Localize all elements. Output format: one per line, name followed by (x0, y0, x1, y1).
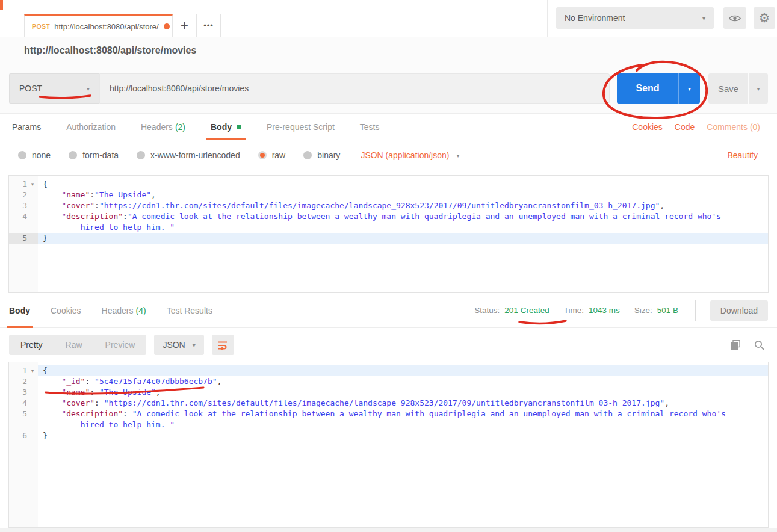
view-raw[interactable]: Raw (54, 335, 94, 355)
mode-form-data[interactable]: form-data (69, 150, 119, 160)
code-line[interactable]: 4 "cover": "https://cdn1.thr.com/sites/d… (9, 398, 768, 409)
mode-binary[interactable]: binary (303, 150, 340, 160)
mode-raw[interactable]: raw (258, 150, 286, 160)
request-title: http://localhost:8080/api/store/movies (0, 37, 777, 63)
response-tabs: Body Cookies Headers (4) Test Results (9, 293, 212, 328)
code-line[interactable]: 2 "_id": "5c4e715fa74c07dbbb6ecb7b", (9, 376, 768, 387)
line-number-gutter: 2 (9, 376, 38, 387)
response-tab-body[interactable]: Body (9, 293, 30, 328)
download-button[interactable]: Download (710, 300, 768, 321)
send-options-button[interactable]: ▾ (678, 73, 700, 104)
tab-tests[interactable]: Tests (360, 114, 380, 140)
fold-caret-icon[interactable]: ▾ (27, 179, 38, 190)
time-value: 1043 ms (589, 306, 620, 315)
settings-button[interactable]: ⚙ (754, 7, 775, 29)
tab-authorization[interactable]: Authorization (66, 114, 116, 140)
search-button[interactable] (754, 340, 764, 350)
line-number-gutter (9, 222, 38, 233)
environment-selector[interactable]: No Environment ▾ (556, 7, 714, 29)
environment-selector-label: No Environment (565, 13, 625, 23)
send-button[interactable]: Send (617, 73, 678, 104)
response-toolbar: Pretty Raw Preview JSON ▾ (0, 328, 777, 362)
response-meta: Status: 201 Created Time: 1043 ms Size: … (474, 300, 768, 321)
radio-icon (18, 151, 26, 159)
code-line[interactable]: 1▾{ (9, 179, 768, 190)
eye-icon (729, 14, 741, 22)
wrap-text-button[interactable] (212, 335, 234, 355)
chevron-down-icon: ▾ (87, 85, 90, 92)
response-tab-cookies[interactable]: Cookies (51, 293, 81, 328)
response-view-switch: Pretty Raw Preview (9, 335, 146, 355)
code-line[interactable]: 5} (9, 233, 768, 244)
code-line[interactable]: 2 "name":"The Upside", (9, 190, 768, 200)
line-number-gutter: 2 (9, 190, 38, 200)
chevron-down-icon: ▾ (757, 85, 760, 92)
tab-pre-request-script[interactable]: Pre-request Script (267, 114, 335, 140)
more-tabs-button[interactable]: ••• (197, 14, 221, 37)
response-tab-test-results[interactable]: Test Results (167, 293, 212, 328)
mode-x-www-form-urlencoded[interactable]: x-www-form-urlencoded (137, 150, 240, 160)
tab-body[interactable]: Body (211, 114, 241, 140)
environment-quicklook-button[interactable] (723, 7, 746, 29)
line-number-gutter (9, 419, 38, 430)
method-select-value: POST (19, 84, 42, 93)
response-tab-headers[interactable]: Headers (4) (102, 293, 146, 328)
save-options-button[interactable]: ▾ (748, 73, 768, 104)
tab-method-badge: POST (32, 23, 50, 30)
line-number-gutter: 5 (9, 233, 38, 244)
beautify-link[interactable]: Beautify (727, 150, 758, 160)
radio-icon (69, 151, 77, 159)
comments-link[interactable]: Comments (0) (707, 122, 760, 132)
tab-headers[interactable]: Headers (2) (141, 114, 185, 140)
save-button-group: Save ▾ (708, 73, 768, 104)
line-number-gutter: 3 (9, 387, 38, 398)
code-line[interactable]: 3 "cover":"https://cdn1.thr.com/sites/de… (9, 200, 768, 211)
open-request-tab[interactable]: POST http://localhost:8080/api/store/ (24, 14, 173, 37)
response-body-editor[interactable]: 1▾{2 "_id": "5c4e715fa74c07dbbb6ecb7b",3… (8, 362, 769, 528)
code-line[interactable]: hired to help him. " (9, 222, 768, 233)
chevron-down-icon: ▾ (456, 152, 459, 159)
app-header: POST http://localhost:8080/api/store/ + … (0, 0, 777, 37)
fold-caret-icon[interactable]: ▾ (27, 365, 38, 376)
content-type-select[interactable]: JSON (application/json) ▾ (361, 150, 459, 160)
code-line[interactable]: 5 "description": "A comedic look at the … (9, 409, 768, 419)
environment-area: No Environment ▾ ⚙ (547, 0, 777, 37)
view-pretty[interactable]: Pretty (9, 335, 54, 355)
request-body-editor[interactable]: 1▾{2 "name":"The Upside",3 "cover":"http… (8, 175, 769, 293)
url-builder-row: POST ▾ Send ▾ Save ▾ (0, 63, 777, 114)
wrap-text-icon (217, 340, 228, 350)
copy-button[interactable] (731, 340, 741, 350)
tab-url-label: http://localhost:8080/api/store/ (54, 22, 158, 31)
request-tabs-row: Params Authorization Headers (2) Body Pr… (0, 114, 777, 140)
radio-selected-icon (258, 151, 267, 159)
body-mode-row: none form-data x-www-form-urlencoded raw… (0, 140, 777, 170)
mode-none[interactable]: none (18, 150, 51, 160)
divider (695, 300, 696, 321)
line-number-gutter: 4 (9, 211, 38, 222)
search-icon (754, 340, 764, 350)
chevron-down-icon: ▾ (193, 342, 196, 348)
code-line[interactable]: 3 "name": "The Upside", (9, 387, 768, 398)
code-line[interactable]: 6} (9, 430, 768, 441)
method-select[interactable]: POST ▾ (9, 73, 99, 104)
code-line[interactable]: 1▾{ (9, 365, 768, 376)
view-preview[interactable]: Preview (94, 335, 147, 355)
radio-icon (137, 151, 145, 159)
send-button-group: Send ▾ (617, 73, 700, 104)
response-format-select[interactable]: JSON ▾ (154, 335, 203, 355)
save-button[interactable]: Save (708, 73, 748, 104)
cookies-link[interactable]: Cookies (632, 122, 663, 132)
line-number-gutter: 1▾ (9, 365, 38, 376)
chevron-down-icon: ▾ (688, 85, 691, 92)
code-line[interactable]: 4 "description":"A comedic look at the r… (9, 211, 768, 222)
url-input[interactable] (99, 73, 610, 104)
code-link[interactable]: Code (675, 122, 695, 132)
request-links: Cookies Code Comments (0) (632, 122, 760, 132)
new-tab-button[interactable]: + (173, 14, 197, 37)
response-actions (731, 340, 768, 350)
line-number-gutter: 4 (9, 398, 38, 409)
tab-params[interactable]: Params (12, 114, 41, 140)
code-line[interactable]: hired to help him. " (9, 419, 768, 430)
status-label: Status: (474, 306, 500, 315)
size-label: Size: (634, 306, 652, 315)
